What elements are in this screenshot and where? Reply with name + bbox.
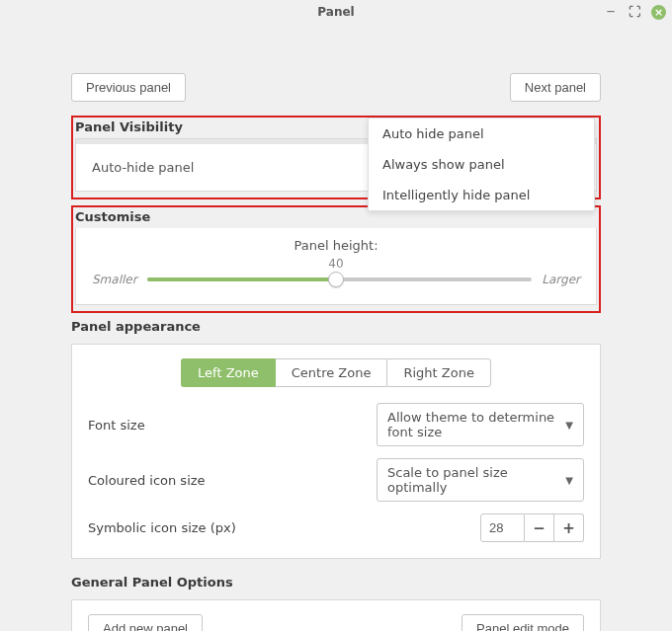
symbolic-icon-input[interactable] <box>480 513 525 542</box>
titlebar: Panel ─ ⛶ × <box>0 0 672 24</box>
slider-larger-label: Larger <box>542 273 580 286</box>
auto-hide-panel-dropdown: Auto hide panel Always show panel Intell… <box>368 118 595 211</box>
panel-height-slider-row: Smaller Larger <box>92 273 580 286</box>
zone-centre-tab[interactable]: Centre Zone <box>275 358 387 387</box>
panel-appearance-card: Left Zone Centre Zone Right Zone Font si… <box>71 344 601 559</box>
zone-left-tab[interactable]: Left Zone <box>181 358 275 387</box>
chevron-down-icon: ▼ <box>565 475 573 486</box>
font-size-label: Font size <box>88 418 145 433</box>
panel-appearance-section: Panel appearance Left Zone Centre Zone R… <box>71 319 601 559</box>
symbolic-icon-minus-button[interactable]: − <box>525 513 554 542</box>
font-size-select-value: Allow theme to determine font size <box>387 410 557 439</box>
window-controls: ─ ⛶ × <box>604 0 666 24</box>
next-panel-button[interactable]: Next panel <box>510 73 601 102</box>
maximize-button[interactable]: ⛶ <box>628 5 641 19</box>
symbolic-icon-label: Symbolic icon size (px) <box>88 520 236 535</box>
close-button[interactable]: × <box>651 5 666 20</box>
auto-hide-panel-label: Auto-hide panel <box>92 160 194 175</box>
general-panel-options-header: General Panel Options <box>71 575 601 593</box>
minimize-button[interactable]: ─ <box>604 5 618 19</box>
panel-height-slider[interactable] <box>147 277 533 281</box>
symbolic-icon-plus-button[interactable]: + <box>554 513 584 542</box>
panel-visibility-section: Panel Visibility Auto-hide panel Auto hi… <box>71 116 601 199</box>
chevron-down-icon: ▼ <box>565 420 573 431</box>
content-area: Previous panel Next panel Panel Visibili… <box>0 24 672 631</box>
slider-smaller-label: Smaller <box>92 273 137 286</box>
add-new-panel-button[interactable]: Add new panel <box>88 614 203 631</box>
panel-edit-mode-button[interactable]: Panel edit mode <box>462 614 584 631</box>
customise-header: Customise <box>75 209 597 228</box>
coloured-icon-select[interactable]: Scale to panel size optimally ▼ <box>377 458 584 502</box>
panel-height-value: 40 <box>92 257 580 271</box>
symbolic-icon-row: Symbolic icon size (px) − + <box>88 513 584 542</box>
zone-segmented-control: Left Zone Centre Zone Right Zone <box>88 358 584 387</box>
zone-right-tab[interactable]: Right Zone <box>386 358 490 387</box>
panel-appearance-header: Panel appearance <box>71 319 601 338</box>
coloured-icon-select-value: Scale to panel size optimally <box>387 465 557 495</box>
general-panel-options-section: General Panel Options Add new panel Pane… <box>71 575 601 631</box>
customise-section: Customise Panel height: 40 Smaller Large… <box>71 205 601 313</box>
coloured-icon-label: Coloured icon size <box>88 473 206 488</box>
previous-panel-button[interactable]: Previous panel <box>71 73 186 102</box>
general-buttons-row: Add new panel Panel edit mode <box>88 614 584 631</box>
font-size-row: Font size Allow theme to determine font … <box>88 403 584 446</box>
slider-thumb[interactable] <box>328 272 344 287</box>
customise-body: Panel height: 40 Smaller Larger <box>75 228 597 305</box>
coloured-icon-row: Coloured icon size Scale to panel size o… <box>88 458 584 502</box>
general-panel-options-card: Add new panel Panel edit mode Allow the … <box>71 599 601 631</box>
symbolic-icon-spinner: − + <box>480 513 584 542</box>
dropdown-option-always-show[interactable]: Always show panel <box>369 149 594 180</box>
panel-nav-row: Previous panel Next panel <box>71 73 601 102</box>
font-size-select[interactable]: Allow theme to determine font size ▼ <box>377 403 584 446</box>
dropdown-option-intelligent-hide[interactable]: Intelligently hide panel <box>369 180 594 210</box>
dropdown-option-auto-hide[interactable]: Auto hide panel <box>369 118 594 149</box>
panel-height-label: Panel height: <box>92 238 580 253</box>
window-title: Panel <box>317 5 354 19</box>
